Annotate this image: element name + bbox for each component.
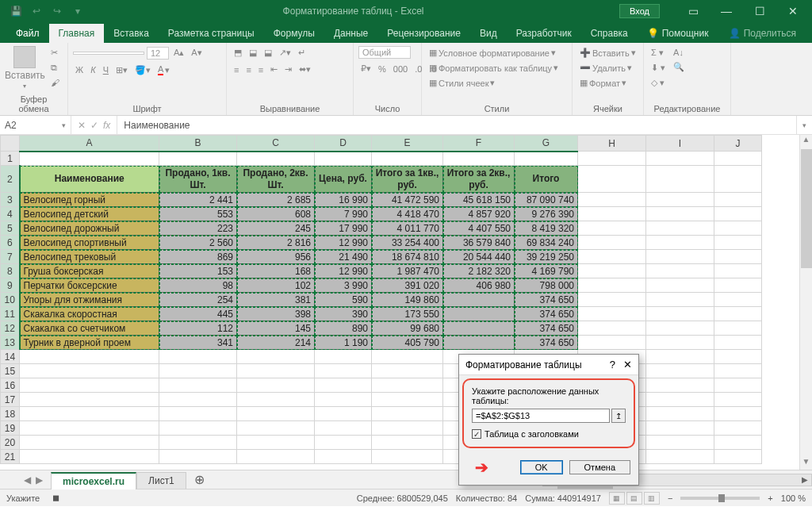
format-cells-button[interactable]: ▦ Формат ▾ — [577, 76, 629, 90]
cancel-button[interactable]: Отмена — [569, 460, 630, 474]
cell-value[interactable]: 7 990 — [315, 207, 372, 221]
cell[interactable] — [237, 450, 315, 464]
column-header[interactable]: F — [443, 136, 515, 152]
row-header[interactable]: 7 — [1, 250, 20, 264]
table-header-cell[interactable]: Продано, 2кв. Шт. — [237, 166, 315, 193]
cell[interactable] — [646, 407, 714, 421]
align-bottom-button[interactable]: ⬓ — [262, 46, 274, 60]
minimize-icon[interactable]: — — [710, 2, 742, 21]
cell[interactable] — [372, 436, 443, 450]
cell-value[interactable] — [443, 293, 515, 307]
cell[interactable] — [20, 421, 159, 436]
cell[interactable] — [237, 350, 315, 364]
cell[interactable] — [20, 350, 159, 364]
cell[interactable] — [237, 378, 315, 393]
row-header[interactable]: 16 — [1, 378, 20, 393]
cell-name[interactable]: Скакалка скоростная — [20, 307, 159, 321]
cell-value[interactable]: 2 441 — [159, 193, 237, 207]
row-header[interactable]: 6 — [1, 236, 20, 250]
delete-cells-button[interactable]: ➖ Удалить ▾ — [577, 61, 634, 75]
ok-button[interactable]: OK — [520, 460, 563, 474]
cell-value[interactable]: 956 — [237, 250, 315, 264]
cell[interactable] — [646, 336, 714, 350]
cell[interactable] — [646, 264, 714, 278]
cell[interactable] — [714, 336, 762, 350]
cell[interactable] — [515, 152, 578, 166]
cell[interactable] — [646, 421, 714, 436]
cell-name[interactable]: Турник в дверной проем — [20, 336, 159, 350]
column-header[interactable]: D — [315, 136, 372, 152]
cell[interactable] — [646, 193, 714, 207]
cell-value[interactable]: 69 834 240 — [515, 236, 578, 250]
cell[interactable] — [714, 207, 762, 221]
cell-value[interactable]: 4 857 920 — [443, 207, 515, 221]
row-header[interactable]: 17 — [1, 393, 20, 407]
font-color-button[interactable]: A▾ — [155, 63, 172, 77]
cell-value[interactable]: 16 990 — [315, 193, 372, 207]
row-header[interactable]: 19 — [1, 421, 20, 436]
comma-button[interactable]: 000 — [391, 63, 410, 75]
cell[interactable] — [646, 278, 714, 293]
cell[interactable] — [159, 450, 237, 464]
cell-value[interactable]: 153 — [159, 264, 237, 278]
row-header[interactable]: 12 — [1, 321, 20, 336]
cancel-formula-icon[interactable]: ✕ — [78, 120, 86, 131]
cell-value[interactable]: 590 — [315, 293, 372, 307]
cell-value[interactable]: 2 816 — [237, 236, 315, 250]
cell-value[interactable]: 112 — [159, 321, 237, 336]
cell-value[interactable]: 2 182 320 — [443, 264, 515, 278]
cell-value[interactable]: 1 987 470 — [372, 264, 443, 278]
close-icon[interactable]: ✕ — [777, 2, 809, 21]
cell[interactable] — [159, 407, 237, 421]
fill-button[interactable]: ⬇ ▾ — [649, 61, 668, 75]
cell[interactable] — [714, 378, 762, 393]
cell[interactable] — [159, 436, 237, 450]
cell-value[interactable]: 381 — [237, 293, 315, 307]
cell[interactable] — [714, 264, 762, 278]
row-header[interactable]: 2 — [1, 166, 20, 193]
cell[interactable] — [578, 293, 646, 307]
cell[interactable] — [578, 207, 646, 221]
cell-name[interactable]: Велосипед трековый — [20, 250, 159, 264]
cell-value[interactable]: 553 — [159, 207, 237, 221]
cell-value[interactable]: 3 990 — [315, 278, 372, 293]
align-right-button[interactable]: ≡ — [256, 63, 266, 76]
cell-value[interactable]: 245 — [237, 221, 315, 236]
formula-bar[interactable]: Наименование — [117, 116, 796, 134]
cell[interactable] — [159, 378, 237, 393]
cell[interactable] — [315, 450, 372, 464]
column-header[interactable]: C — [237, 136, 315, 152]
cell[interactable] — [372, 450, 443, 464]
formula-bar-expand-icon[interactable]: ▾ — [796, 116, 812, 134]
cell-value[interactable]: 445 — [159, 307, 237, 321]
cell[interactable] — [237, 364, 315, 378]
row-header[interactable]: 15 — [1, 364, 20, 378]
qat-dropdown-icon[interactable]: ▾ — [68, 3, 87, 19]
insert-cells-button[interactable]: ➕ Вставить ▾ — [577, 46, 638, 60]
cell[interactable] — [159, 152, 237, 166]
dialog-close-icon[interactable]: ✕ — [623, 359, 632, 371]
cell[interactable] — [315, 436, 372, 450]
tab-assistant[interactable]: 💡Помощник — [638, 24, 718, 43]
row-header[interactable]: 9 — [1, 278, 20, 293]
wrap-text-button[interactable]: ↵ — [296, 46, 308, 60]
align-middle-button[interactable]: ⬓ — [247, 46, 259, 60]
cell[interactable] — [578, 166, 646, 193]
cell[interactable] — [646, 393, 714, 407]
cell-value[interactable]: 12 990 — [315, 236, 372, 250]
column-header[interactable]: B — [159, 136, 237, 152]
cell-value[interactable]: 145 — [237, 321, 315, 336]
macro-record-icon[interactable]: ◼ — [52, 493, 59, 503]
cell-value[interactable]: 4 169 790 — [515, 264, 578, 278]
table-header-cell[interactable]: Итого — [515, 166, 578, 193]
increase-indent-button[interactable]: ⇥ — [282, 63, 294, 76]
table-header-cell[interactable]: Итого за 1кв., руб. — [372, 166, 443, 193]
cell-value[interactable]: 99 680 — [372, 321, 443, 336]
sheet-tab[interactable]: Лист1 — [136, 472, 186, 489]
cell[interactable] — [714, 436, 762, 450]
cell[interactable] — [646, 221, 714, 236]
row-header[interactable]: 4 — [1, 207, 20, 221]
cell-value[interactable]: 374 650 — [515, 321, 578, 336]
cell[interactable] — [714, 364, 762, 378]
format-painter-button[interactable]: 🖌 — [48, 76, 62, 89]
